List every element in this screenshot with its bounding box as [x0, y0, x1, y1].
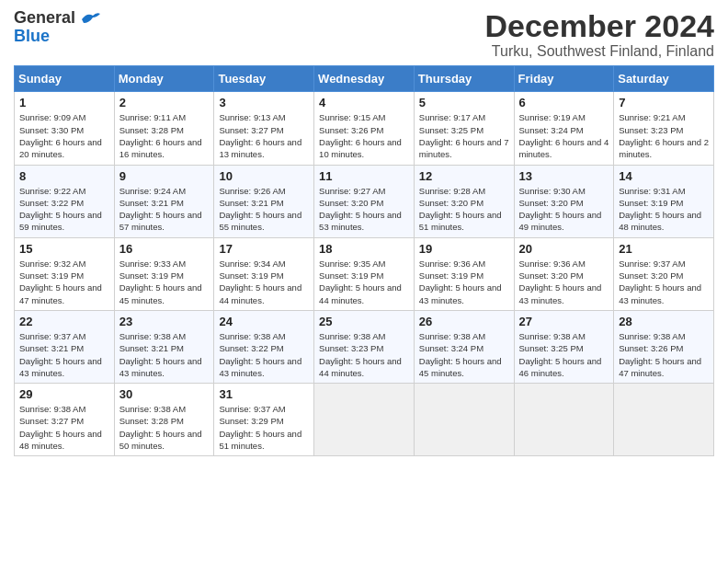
day-number: 3 — [219, 96, 309, 109]
day-info: Sunrise: 9:19 AMSunset: 3:24 PMDaylight:… — [519, 111, 609, 160]
day-info: Sunrise: 9:38 AMSunset: 3:21 PMDaylight:… — [119, 330, 210, 379]
day-number: 26 — [419, 315, 509, 328]
day-number: 24 — [219, 315, 309, 328]
calendar-cell: 3Sunrise: 9:13 AMSunset: 3:27 PMDaylight… — [214, 92, 314, 165]
bird-icon — [79, 10, 103, 27]
calendar-cell: 19Sunrise: 9:36 AMSunset: 3:19 PMDayligh… — [414, 237, 514, 310]
day-number: 17 — [219, 242, 309, 256]
calendar-cell: 6Sunrise: 9:19 AMSunset: 3:24 PMDaylight… — [514, 92, 614, 165]
calendar-cell: 15Sunrise: 9:32 AMSunset: 3:19 PMDayligh… — [15, 237, 115, 310]
calendar-cell: 1Sunrise: 9:09 AMSunset: 3:30 PMDaylight… — [15, 92, 115, 165]
day-info: Sunrise: 9:27 AMSunset: 3:20 PMDaylight:… — [319, 185, 409, 234]
logo: GeneralBlue — [14, 9, 103, 46]
day-info: Sunrise: 9:38 AMSunset: 3:25 PMDaylight:… — [519, 330, 609, 379]
calendar-cell — [314, 384, 415, 456]
calendar-header-friday: Friday — [514, 66, 614, 92]
day-info: Sunrise: 9:11 AMSunset: 3:28 PMDaylight:… — [119, 111, 210, 160]
day-info: Sunrise: 9:22 AMSunset: 3:22 PMDaylight:… — [19, 185, 109, 234]
day-info: Sunrise: 9:35 AMSunset: 3:19 PMDaylight:… — [319, 258, 409, 306]
day-info: Sunrise: 9:26 AMSunset: 3:21 PMDaylight:… — [219, 185, 309, 234]
calendar-cell: 7Sunrise: 9:21 AMSunset: 3:23 PMDaylight… — [614, 92, 714, 165]
calendar-table: SundayMondayTuesdayWednesdayThursdayFrid… — [14, 65, 714, 456]
day-number: 2 — [119, 96, 210, 109]
header: GeneralBlue December 2024 Turku, Southwe… — [14, 9, 714, 60]
calendar-week-row: 15Sunrise: 9:32 AMSunset: 3:19 PMDayligh… — [15, 237, 714, 310]
day-number: 8 — [19, 169, 109, 183]
day-number: 10 — [219, 169, 309, 183]
day-number: 6 — [519, 96, 609, 109]
calendar-week-row: 29Sunrise: 9:38 AMSunset: 3:27 PMDayligh… — [15, 384, 714, 456]
day-number: 13 — [519, 169, 609, 183]
day-number: 1 — [19, 96, 109, 109]
calendar-cell: 5Sunrise: 9:17 AMSunset: 3:25 PMDaylight… — [414, 92, 514, 165]
day-number: 14 — [619, 169, 709, 183]
day-number: 5 — [419, 96, 509, 109]
calendar-cell: 23Sunrise: 9:38 AMSunset: 3:21 PMDayligh… — [114, 310, 214, 383]
calendar-cell: 4Sunrise: 9:15 AMSunset: 3:26 PMDaylight… — [314, 92, 415, 165]
calendar-cell: 20Sunrise: 9:36 AMSunset: 3:20 PMDayligh… — [514, 237, 614, 310]
calendar-header-monday: Monday — [114, 66, 214, 92]
day-number: 28 — [619, 315, 709, 328]
calendar-cell: 31Sunrise: 9:37 AMSunset: 3:29 PMDayligh… — [214, 384, 314, 456]
day-info: Sunrise: 9:13 AMSunset: 3:27 PMDaylight:… — [219, 111, 309, 160]
calendar-cell: 16Sunrise: 9:33 AMSunset: 3:19 PMDayligh… — [114, 237, 214, 310]
calendar-week-row: 1Sunrise: 9:09 AMSunset: 3:30 PMDaylight… — [15, 92, 714, 165]
day-info: Sunrise: 9:38 AMSunset: 3:26 PMDaylight:… — [619, 330, 709, 379]
day-info: Sunrise: 9:09 AMSunset: 3:30 PMDaylight:… — [19, 111, 109, 160]
subtitle: Turku, Southwest Finland, Finland — [484, 43, 714, 60]
day-info: Sunrise: 9:37 AMSunset: 3:20 PMDaylight:… — [619, 258, 709, 306]
calendar-header-thursday: Thursday — [414, 66, 514, 92]
day-info: Sunrise: 9:21 AMSunset: 3:23 PMDaylight:… — [619, 111, 709, 160]
day-number: 9 — [119, 169, 210, 183]
calendar-cell: 28Sunrise: 9:38 AMSunset: 3:26 PMDayligh… — [614, 310, 714, 383]
day-number: 19 — [419, 242, 509, 256]
day-info: Sunrise: 9:24 AMSunset: 3:21 PMDaylight:… — [119, 185, 210, 234]
calendar-cell: 14Sunrise: 9:31 AMSunset: 3:19 PMDayligh… — [614, 165, 714, 237]
day-number: 11 — [319, 169, 409, 183]
day-number: 20 — [519, 242, 609, 256]
day-number: 25 — [319, 315, 409, 328]
calendar-header-tuesday: Tuesday — [214, 66, 314, 92]
day-number: 21 — [619, 242, 709, 256]
calendar-header-sunday: Sunday — [15, 66, 115, 92]
day-number: 23 — [119, 315, 210, 328]
day-number: 30 — [119, 387, 210, 401]
day-number: 29 — [19, 387, 109, 401]
day-number: 16 — [119, 242, 210, 256]
day-info: Sunrise: 9:34 AMSunset: 3:19 PMDaylight:… — [219, 258, 309, 306]
calendar-cell: 11Sunrise: 9:27 AMSunset: 3:20 PMDayligh… — [314, 165, 415, 237]
day-info: Sunrise: 9:38 AMSunset: 3:27 PMDaylight:… — [19, 403, 109, 452]
calendar-week-row: 8Sunrise: 9:22 AMSunset: 3:22 PMDaylight… — [15, 165, 714, 237]
day-info: Sunrise: 9:31 AMSunset: 3:19 PMDaylight:… — [619, 185, 709, 234]
day-number: 27 — [519, 315, 609, 328]
calendar-header-row: SundayMondayTuesdayWednesdayThursdayFrid… — [15, 66, 714, 92]
calendar-cell: 2Sunrise: 9:11 AMSunset: 3:28 PMDaylight… — [114, 92, 214, 165]
calendar-cell — [514, 384, 614, 456]
calendar-cell: 25Sunrise: 9:38 AMSunset: 3:23 PMDayligh… — [314, 310, 415, 383]
logo-blue-text: Blue — [14, 27, 50, 45]
day-number: 15 — [19, 242, 109, 256]
page: GeneralBlue December 2024 Turku, Southwe… — [0, 0, 728, 563]
calendar-cell: 10Sunrise: 9:26 AMSunset: 3:21 PMDayligh… — [214, 165, 314, 237]
day-info: Sunrise: 9:38 AMSunset: 3:28 PMDaylight:… — [119, 403, 210, 452]
title-area: December 2024 Turku, Southwest Finland, … — [484, 9, 714, 60]
main-title: December 2024 — [484, 9, 714, 43]
calendar-cell: 9Sunrise: 9:24 AMSunset: 3:21 PMDaylight… — [114, 165, 214, 237]
calendar-cell: 22Sunrise: 9:37 AMSunset: 3:21 PMDayligh… — [15, 310, 115, 383]
day-info: Sunrise: 9:33 AMSunset: 3:19 PMDaylight:… — [119, 258, 210, 306]
day-info: Sunrise: 9:38 AMSunset: 3:23 PMDaylight:… — [319, 330, 409, 379]
day-info: Sunrise: 9:15 AMSunset: 3:26 PMDaylight:… — [319, 111, 409, 160]
day-number: 18 — [319, 242, 409, 256]
calendar-cell: 30Sunrise: 9:38 AMSunset: 3:28 PMDayligh… — [114, 384, 214, 456]
calendar-cell: 17Sunrise: 9:34 AMSunset: 3:19 PMDayligh… — [214, 237, 314, 310]
calendar-cell: 13Sunrise: 9:30 AMSunset: 3:20 PMDayligh… — [514, 165, 614, 237]
day-info: Sunrise: 9:38 AMSunset: 3:24 PMDaylight:… — [419, 330, 509, 379]
calendar-header-wednesday: Wednesday — [314, 66, 415, 92]
calendar-cell: 8Sunrise: 9:22 AMSunset: 3:22 PMDaylight… — [15, 165, 115, 237]
day-info: Sunrise: 9:30 AMSunset: 3:20 PMDaylight:… — [519, 185, 609, 234]
calendar-cell — [614, 384, 714, 456]
calendar-cell: 12Sunrise: 9:28 AMSunset: 3:20 PMDayligh… — [414, 165, 514, 237]
logo-general-text: General — [14, 9, 75, 28]
calendar-cell: 26Sunrise: 9:38 AMSunset: 3:24 PMDayligh… — [414, 310, 514, 383]
day-info: Sunrise: 9:28 AMSunset: 3:20 PMDaylight:… — [419, 185, 509, 234]
